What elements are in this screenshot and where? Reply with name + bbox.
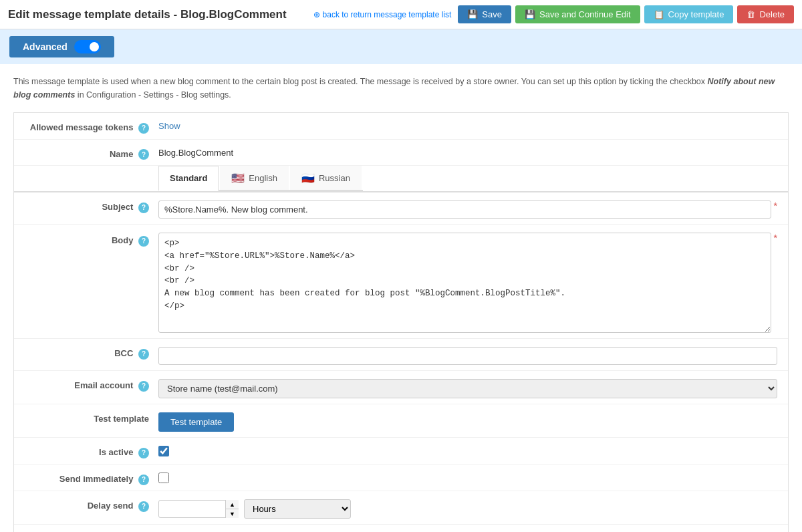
advanced-bar: Advanced [0,29,802,64]
advanced-toggle[interactable]: Advanced [9,36,114,57]
subject-input[interactable] [158,201,771,219]
tabs-container: Standard 🇺🇸 English 🇷🇺 Russian [158,166,363,191]
english-flag-icon: 🇺🇸 [231,172,245,184]
body-row: Body ? <p> <a href="%Store.URL%">%Store.… [14,225,788,339]
delay-send-help[interactable]: ? [138,501,149,512]
english-tab-label: English [249,173,277,183]
tab-english[interactable]: 🇺🇸 English [220,166,289,190]
delay-increment-button[interactable]: ▲ [226,500,239,509]
delay-unit-select[interactable]: Hours Minutes Days [244,499,351,519]
bcc-input[interactable] [158,347,777,365]
header-buttons: 💾 Save 💾 Save and Continue Edit 📋 Copy t… [458,5,794,23]
advanced-label: Advanced [23,41,68,52]
email-account-row: Email account ? Store name (test@mail.co… [14,371,788,404]
delay-send-row: Delay send ? ▲ ▼ Hours Minutes Da [14,491,788,525]
name-help[interactable]: ? [138,149,149,160]
copy-template-button[interactable]: 📋 Copy template [644,5,734,23]
delete-icon: 🗑 [747,9,755,19]
name-row: Name ? Blog.BlogComment [14,140,788,166]
page-header: Edit message template details - Blog.Blo… [0,0,802,29]
is-active-row: Is active ? [14,438,788,464]
tabs-row: Standard 🇺🇸 English 🇷🇺 Russian [14,166,788,191]
test-template-row: Test template Test template [14,404,788,438]
email-account-select[interactable]: Store name (test@mail.com) [158,379,777,398]
send-immediately-row: Send immediately ? [14,464,788,491]
standard-tab-label: Standard [170,173,207,183]
back-link[interactable]: back to return message template list [313,10,452,19]
body-help[interactable]: ? [138,236,149,247]
attached-file-row: Attached static file ? Has attached file [14,525,788,532]
save-button[interactable]: 💾 Save [458,5,511,23]
show-tokens-link[interactable]: Show [158,121,180,131]
tab-standard[interactable]: Standard [158,166,219,191]
bcc-row: BCC ? [14,339,788,371]
delete-button[interactable]: 🗑 Delete [737,5,794,23]
form-section: Allowed message tokens ? Show Name ? Blo… [13,112,789,532]
send-immediately-checkbox[interactable] [158,473,169,483]
main-content: This message template is used when a new… [0,64,802,532]
name-value: Blog.BlogComment [158,148,233,158]
russian-tab-label: Russian [319,173,350,183]
email-account-help[interactable]: ? [138,381,149,392]
is-active-checkbox[interactable] [158,446,169,456]
delay-spinner: ▲ ▼ [225,500,239,518]
delay-decrement-button[interactable]: ▼ [226,509,239,518]
copy-icon: 📋 [654,9,664,19]
allowed-tokens-row: Allowed message tokens ? Show [14,113,788,140]
info-text: This message template is used when a new… [13,75,789,102]
page-title: Edit message template details - Blog.Blo… [8,8,307,21]
is-active-help[interactable]: ? [138,448,149,458]
body-required: * [774,233,777,243]
subject-row: Subject ? * [14,191,788,225]
save-continue-button[interactable]: 💾 Save and Continue Edit [515,5,640,23]
send-immediately-help[interactable]: ? [138,475,149,485]
save-continue-icon: 💾 [525,9,535,19]
subject-help[interactable]: ? [138,203,149,213]
subject-required: * [774,201,777,211]
test-template-button[interactable]: Test template [158,412,234,432]
advanced-toggle-switch[interactable] [74,40,101,53]
delay-controls: ▲ ▼ Hours Minutes Days [158,499,777,519]
save-icon: 💾 [467,9,478,19]
body-textarea[interactable]: <p> <a href="%Store.URL%">%Store.Name%</… [158,233,771,333]
russian-flag-icon: 🇷🇺 [301,172,315,184]
allowed-tokens-help[interactable]: ? [138,123,149,134]
tab-russian[interactable]: 🇷🇺 Russian [290,166,362,190]
bcc-help[interactable]: ? [138,349,149,360]
